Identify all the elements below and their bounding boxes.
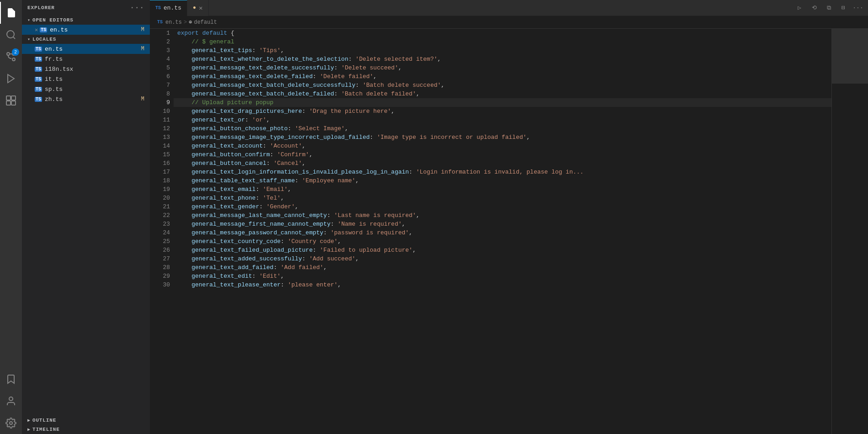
open-file-en-ts[interactable]: ✕ TS en.ts M (22, 25, 150, 35)
line-number: 14 (150, 142, 170, 150)
code-line[interactable]: general_message_text_delete_successfully… (174, 64, 831, 72)
code-line[interactable]: general_text_please_enter: 'please enter… (174, 281, 831, 289)
code-line[interactable]: general_text_failed_upload_picture: 'Fai… (174, 246, 831, 254)
code-token: 'Batch delete failed' (341, 90, 416, 98)
tab-close-btn[interactable]: ✕ (199, 4, 202, 12)
ts-icon: TS (35, 87, 42, 92)
account-icon[interactable] (0, 390, 22, 412)
code-line[interactable]: general_text_account: 'Account', (174, 142, 831, 150)
code-token: general_message_first_name_cannot_empty (177, 220, 330, 228)
explorer-menu[interactable]: ··· (130, 4, 144, 12)
code-line[interactable]: general_button_confirm: 'Confirm', (174, 150, 831, 159)
outline-section[interactable]: ▶ OUTLINE (22, 416, 150, 425)
code-line[interactable]: general_message_text_batch_delete_failed… (174, 90, 831, 98)
code-line[interactable]: general_text_whether_to_delete_the_selec… (174, 55, 831, 64)
code-token: 'Cancel' (274, 159, 302, 168)
tab-modified-dot: ● (193, 5, 196, 11)
code-token: : (274, 263, 281, 272)
line-number: 11 (150, 116, 170, 124)
code-token: 'Account' (270, 142, 302, 150)
more-action-btn[interactable]: ··· (852, 1, 864, 14)
code-line[interactable]: // $ general (174, 37, 831, 46)
timeline-label: TIMELINE (32, 427, 60, 432)
code-token: general_text_failed_upload_picture (177, 246, 312, 254)
code-token: , (302, 159, 306, 168)
activity-bar: 2 (0, 0, 22, 434)
source-control-icon[interactable]: 2 (0, 46, 22, 68)
code-content[interactable]: export default { // $ general general_te… (174, 29, 831, 434)
code-token: // $ general (177, 37, 234, 46)
locales-section[interactable]: ▾ LOCALES (22, 35, 150, 44)
code-line[interactable]: general_table_text_staff_name: 'Employee… (174, 176, 831, 185)
code-token: : (330, 220, 338, 228)
code-token: 'Batch delete succeed' (363, 81, 441, 90)
code-line[interactable]: general_text_gender: 'Gender', (174, 202, 831, 211)
code-line[interactable]: general_text_drag_pictures_here: 'Drag t… (174, 107, 831, 116)
settings-icon[interactable] (0, 412, 22, 434)
split-action-btn[interactable]: ⧉ (822, 1, 835, 14)
run-icon[interactable] (0, 68, 22, 90)
code-token: general_button_choose_photo (177, 124, 288, 133)
code-line[interactable]: general_message_first_name_cannot_empty:… (174, 220, 831, 228)
code-line[interactable]: general_text_country_code: 'Country code… (174, 237, 831, 246)
code-token: 'Add succeed' (309, 254, 355, 263)
code-token: , (441, 81, 445, 90)
code-token: 'Add failed' (281, 263, 323, 272)
code-token: 'Confirm' (277, 150, 309, 159)
locale-file-it-ts[interactable]: TS it.ts (22, 74, 150, 84)
timeline-section[interactable]: ▶ TIMELINE (22, 425, 150, 434)
code-line[interactable]: general_message_text_batch_delete_succes… (174, 81, 831, 90)
extensions-icon[interactable] (0, 90, 22, 111)
code-line[interactable]: general_message_password_cannot_empty: '… (174, 228, 831, 237)
code-line[interactable]: general_message_image_type_incorrect_upl… (174, 133, 831, 142)
code-token: : (256, 194, 263, 202)
tab-modified[interactable]: ● ✕ (187, 0, 209, 16)
breadcrumb-symbol-icon: ⊕ (189, 19, 192, 26)
line-number: 20 (150, 194, 170, 202)
svg-point-10 (9, 397, 13, 401)
minimap-canvas (832, 29, 868, 434)
code-line[interactable]: // Upload picture popup (174, 98, 831, 107)
bookmarks-icon[interactable] (0, 368, 22, 390)
code-token: , (355, 176, 359, 185)
code-line[interactable]: general_text_added_successfully: 'Add su… (174, 254, 831, 263)
locale-file-sp-ts[interactable]: TS sp.ts (22, 84, 150, 94)
code-token: general_text_gender (177, 202, 259, 211)
locale-file-zh-ts[interactable]: TS zh.ts M (22, 94, 150, 104)
code-token: // Upload picture popup (177, 98, 274, 107)
code-token: : (270, 150, 277, 159)
code-line[interactable]: general_text_email: 'Email', (174, 185, 831, 194)
code-line[interactable]: general_message_text_delete_failed: 'Del… (174, 72, 831, 81)
search-icon[interactable] (0, 24, 22, 46)
close-file-icon[interactable]: ✕ (35, 26, 38, 33)
code-line[interactable]: general_text_add_failed: 'Add failed', (174, 263, 831, 272)
history-action-btn[interactable]: ⟲ (808, 1, 820, 14)
code-token: general_text_add_failed (177, 263, 274, 272)
code-line[interactable]: general_text_tips: 'Tips', (174, 46, 831, 55)
code-line[interactable]: general_text_or: 'or', (174, 116, 831, 124)
open-editors-label: OPEN EDITORS (32, 17, 74, 23)
locale-file-fr-ts[interactable]: TS fr.ts (22, 54, 150, 64)
code-line[interactable]: general_text_phone: 'Tel', (174, 194, 831, 202)
code-line[interactable]: export default { (174, 29, 831, 37)
run-action-btn[interactable]: ▷ (793, 1, 806, 14)
code-line[interactable]: general_button_choose_photo: 'Select Ima… (174, 124, 831, 133)
breadcrumb-symbol[interactable]: default (194, 19, 217, 26)
line-number: 27 (150, 254, 170, 263)
breadcrumb-file[interactable]: en.ts (165, 19, 182, 26)
code-line[interactable]: general_text_edit: 'Edit', (174, 272, 831, 281)
code-line[interactable]: general_message_last_name_cannot_empty: … (174, 211, 831, 220)
tabs-actions: ▷ ⟲ ⧉ ⊟ ··· (793, 1, 868, 14)
locale-file-en-ts[interactable]: TS en.ts M (22, 44, 150, 54)
code-token: 'password is required' (330, 228, 409, 237)
locale-file-label: sp.ts (45, 86, 63, 93)
files-icon[interactable] (0, 2, 22, 24)
locale-file-i18n-tsx[interactable]: TS i18n.tsx (22, 64, 150, 74)
layout-action-btn[interactable]: ⊟ (837, 1, 850, 14)
code-line[interactable]: general_text_login_information_is_invali… (174, 168, 831, 176)
tab-en-ts[interactable]: TS en.ts (150, 0, 187, 16)
code-token: : (312, 72, 320, 81)
open-editors-section[interactable]: ▾ OPEN EDITORS (22, 16, 150, 25)
code-line[interactable]: general_button_cancel: 'Cancel', (174, 159, 831, 168)
svg-point-2 (12, 58, 15, 61)
